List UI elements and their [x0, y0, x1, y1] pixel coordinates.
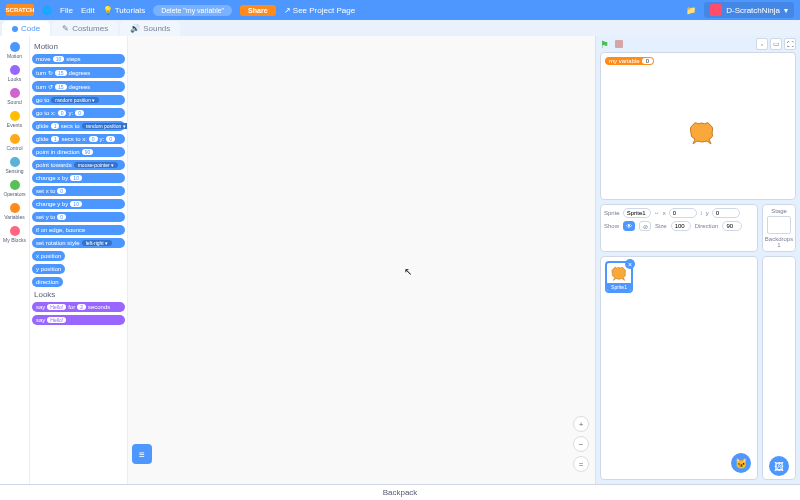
add-backdrop-button[interactable]: 🖼	[769, 456, 789, 476]
block-motion[interactable]: point towards mouse-pointer ▾	[32, 160, 125, 170]
block-motion[interactable]: turn ↺ 15 degrees	[32, 81, 125, 92]
palette-header-motion: Motion	[34, 42, 125, 51]
stage-selector[interactable]: Stage Backdrops 1	[762, 204, 796, 252]
menu-edit[interactable]: Edit	[81, 6, 95, 15]
menu-tutorials[interactable]: 💡 Tutorials	[103, 6, 145, 15]
block-motion[interactable]: go to random position ▾	[32, 95, 125, 105]
sprite-card-sprite1[interactable]: × Sprite1	[605, 261, 633, 293]
category-variables[interactable]: Variables	[0, 201, 29, 222]
green-flag-button[interactable]: ⚑	[600, 39, 609, 50]
block-motion[interactable]: change y by 10	[32, 199, 125, 209]
tab-sounds[interactable]: 🔊Sounds	[120, 21, 180, 36]
undo-delete-variable[interactable]: Delete "my variable"	[153, 5, 232, 16]
block-motion[interactable]: set rotation style left-right ▾	[32, 238, 125, 248]
sprite-x-input[interactable]	[669, 208, 697, 218]
variable-monitor[interactable]: my variable 0	[605, 57, 654, 65]
block-motion[interactable]: direction	[32, 277, 63, 287]
show-sprite-button[interactable]: 👁	[623, 221, 635, 231]
category-sound[interactable]: Sound	[0, 86, 29, 107]
block-palette: Motion move 10 stepsturn ↻ 15 degreestur…	[30, 36, 128, 484]
stage-thumbnail	[767, 216, 791, 234]
sprite-list: × Sprite1 🐱	[600, 256, 758, 480]
editor-tabs: Code ✎Costumes 🔊Sounds	[0, 20, 800, 36]
sprite-on-stage[interactable]	[687, 119, 717, 145]
block-motion[interactable]: glide 1 secs to x: 0 y: 0	[32, 134, 125, 144]
block-motion[interactable]: move 10 steps	[32, 54, 125, 64]
tab-costumes[interactable]: ✎Costumes	[52, 21, 118, 36]
user-avatar-icon	[710, 4, 722, 16]
category-sensing[interactable]: Sensing	[0, 155, 29, 176]
category-my-blocks[interactable]: My Blocks	[0, 224, 29, 245]
palette-header-looks: Looks	[34, 290, 125, 299]
category-looks[interactable]: Looks	[0, 63, 29, 84]
zoom-reset-button[interactable]: =	[573, 456, 589, 472]
block-motion[interactable]: set y to 0	[32, 212, 125, 222]
category-motion[interactable]: Motion	[0, 40, 29, 61]
sprite-name-input[interactable]	[623, 208, 651, 218]
block-looks[interactable]: say Hello!	[32, 315, 125, 325]
block-motion[interactable]: go to x: 0 y: 0	[32, 108, 125, 118]
sprite-info-panel: Sprite ↔x ↕y Show 👁 ⊘ Size Direction	[600, 204, 758, 252]
see-project-page[interactable]: ↗ See Project Page	[284, 6, 356, 15]
block-motion[interactable]: turn ↻ 15 degrees	[32, 67, 125, 78]
backpack-panel[interactable]: Backpack	[0, 484, 800, 500]
mouse-cursor-icon: ↖	[404, 266, 412, 277]
block-motion[interactable]: set x to 0	[32, 186, 125, 196]
tab-code[interactable]: Code	[2, 21, 50, 36]
stage[interactable]: my variable 0	[600, 52, 796, 200]
scratch-logo[interactable]: SCRATCH	[6, 4, 34, 16]
add-extension-button[interactable]: ≡	[132, 444, 152, 464]
user-menu[interactable]: D-ScratchNinja ▾	[704, 2, 794, 18]
folder-icon[interactable]: 📁	[686, 6, 696, 15]
block-motion[interactable]: if on edge, bounce	[32, 225, 125, 235]
large-stage-button[interactable]: ▭	[770, 38, 782, 50]
share-button[interactable]: Share	[240, 5, 275, 16]
delete-sprite-button[interactable]: ×	[625, 259, 635, 269]
add-sprite-button[interactable]: 🐱	[731, 453, 751, 473]
menu-file[interactable]: File	[60, 6, 73, 15]
category-control[interactable]: Control	[0, 132, 29, 153]
category-events[interactable]: Events	[0, 109, 29, 130]
zoom-out-button[interactable]: −	[573, 436, 589, 452]
block-motion[interactable]: y position	[32, 264, 65, 274]
block-looks[interactable]: say Hello! for 2 seconds	[32, 302, 125, 312]
block-motion[interactable]: x position	[32, 251, 65, 261]
small-stage-button[interactable]: ▫	[756, 38, 768, 50]
block-motion[interactable]: change x by 10	[32, 173, 125, 183]
globe-icon[interactable]: 🌐	[42, 6, 52, 15]
zoom-in-button[interactable]: +	[573, 416, 589, 432]
scripts-workspace[interactable]: ↖ + − = ≡	[128, 36, 595, 484]
top-menu-bar: SCRATCH 🌐 File Edit 💡 Tutorials Delete "…	[0, 0, 800, 20]
username: D-ScratchNinja	[726, 6, 780, 15]
stop-button[interactable]	[615, 40, 623, 48]
sprite-size-input[interactable]	[671, 221, 691, 231]
block-motion[interactable]: glide 1 secs to random position ▾	[32, 121, 125, 131]
backdrop-lane: 🖼	[762, 256, 796, 480]
block-category-column: MotionLooksSoundEventsControlSensingOper…	[0, 36, 30, 484]
hide-sprite-button[interactable]: ⊘	[639, 221, 651, 231]
sprite-direction-input[interactable]	[722, 221, 742, 231]
sprite-y-input[interactable]	[712, 208, 740, 218]
block-motion[interactable]: point in direction 90	[32, 147, 125, 157]
fullscreen-button[interactable]: ⛶	[784, 38, 796, 50]
category-operators[interactable]: Operators	[0, 178, 29, 199]
